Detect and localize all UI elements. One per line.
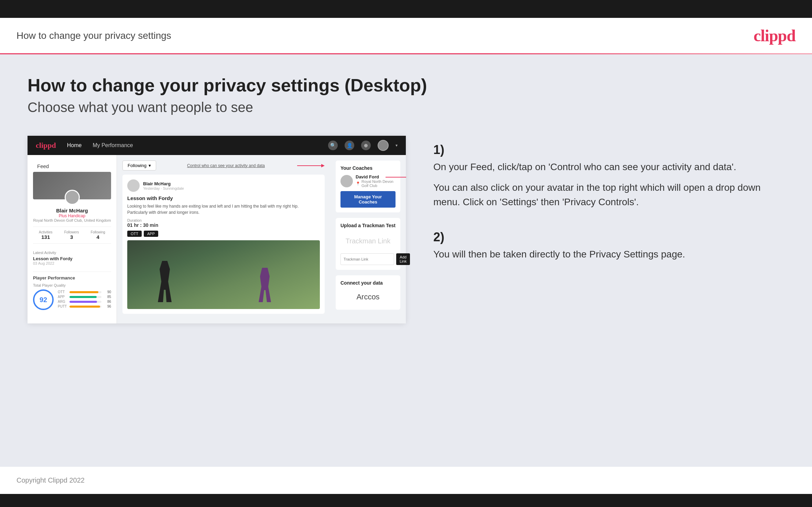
- stat-activities-value: 131: [39, 234, 52, 240]
- post-tag-ott: OTT: [127, 231, 142, 237]
- page-subheading: Choose what you want people to see: [28, 100, 784, 115]
- following-label: Following: [128, 163, 147, 168]
- stat-following-label: Following: [91, 230, 105, 234]
- pp-bar-arg-label: ARG: [58, 300, 67, 304]
- annotation-arrow: [297, 163, 325, 168]
- instruction-2-text: You will then be taken directly to the P…: [433, 247, 784, 262]
- following-button[interactable]: Following ▾: [122, 161, 156, 170]
- stat-followers: Followers 3: [64, 230, 79, 240]
- user-icon[interactable]: 👤: [345, 141, 354, 150]
- pp-bar-putt: PUTT 96: [58, 305, 111, 308]
- arccos-text: Arccos: [340, 289, 396, 305]
- manage-coaches-button[interactable]: Manage Your Coaches: [340, 191, 396, 208]
- pp-bar-arg: ARG 86: [58, 300, 111, 304]
- app-feed: Following ▾ Control who can see your act…: [117, 155, 330, 323]
- search-icon[interactable]: 🔍: [328, 141, 338, 150]
- pp-bar-ott-fill: [69, 291, 98, 293]
- pp-bar-app-fill: [69, 296, 97, 298]
- footer-text: Copyright Clippd 2022: [17, 476, 85, 484]
- nav-home[interactable]: Home: [67, 142, 82, 148]
- coach-row: David Ford 📍 Royal North Devon Golf Club: [340, 174, 396, 188]
- post-date: Yesterday · Sunningdale: [143, 186, 184, 190]
- pp-bar-arg-track: [69, 301, 101, 303]
- pp-bar-app: APP 85: [58, 295, 111, 299]
- coach-info: David Ford 📍 Royal North Devon Golf Club: [356, 174, 396, 188]
- logo: clippd: [754, 26, 795, 45]
- pp-title: Player Performance: [33, 275, 111, 280]
- coach-name: David Ford: [356, 174, 396, 179]
- pp-bar-app-val: 85: [104, 295, 111, 299]
- instruction-1-extra: You can also click on your avatar in the…: [433, 180, 784, 209]
- coach-avatar: [340, 175, 353, 187]
- app-body: Feed Blair McHarg Plus Handicap Royal No…: [28, 155, 406, 323]
- plus-icon[interactable]: ⊕: [361, 141, 371, 150]
- post-user-row: Blair McHarg Yesterday · Sunningdale: [127, 179, 320, 192]
- connect-widget-title: Connect your data: [340, 280, 396, 286]
- instruction-1-number: 1): [433, 143, 784, 157]
- stat-following-value: 4: [91, 234, 105, 240]
- profile-avatar: [65, 190, 80, 205]
- post-image: [127, 240, 320, 309]
- latest-activity-date: 03 Aug 2022: [33, 261, 111, 265]
- latest-activity-label: Latest Activity: [33, 249, 111, 256]
- instruction-2: 2) You will then be taken directly to th…: [433, 230, 784, 262]
- coaches-widget: Your Coaches David Ford 📍 Royal North De…: [336, 161, 400, 212]
- pp-bar-putt-track: [69, 306, 101, 308]
- pp-circle-row: 92 OTT 90 APP: [33, 289, 111, 310]
- post-title: Lesson with Fordy: [127, 195, 320, 201]
- following-chevron: ▾: [149, 163, 151, 168]
- instruction-panel: 1) On your Feed, click/tap on 'Control w…: [433, 136, 784, 282]
- app-sidebar: Feed Blair McHarg Plus Handicap Royal No…: [28, 155, 117, 323]
- connect-widget: Connect your data Arccos: [336, 275, 400, 310]
- trackman-widget-title: Upload a Trackman Test: [340, 223, 396, 228]
- feed-post: Blair McHarg Yesterday · Sunningdale Les…: [122, 175, 325, 314]
- footer: Copyright Clippd 2022: [0, 467, 812, 494]
- trackman-add-button[interactable]: Add Link: [396, 253, 410, 265]
- nav-avatar[interactable]: [378, 140, 389, 151]
- coaches-widget-title: Your Coaches: [340, 165, 396, 171]
- pp-bars: OTT 90 APP: [58, 290, 111, 309]
- bottom-bar: [0, 494, 812, 507]
- coach-club: 📍 Royal North Devon Golf Club: [356, 179, 396, 188]
- app-demo-wrapper: clippd Home My Performance 🔍 👤 ⊕ ▾ Feed: [28, 136, 784, 323]
- post-user-name: Blair McHarg: [143, 181, 184, 186]
- main-content: How to change your privacy settings (Des…: [0, 54, 812, 467]
- post-description: Looking to feel like my hands are exitin…: [127, 203, 320, 216]
- profile-stats: Activities 131 Followers 3 Following 4: [33, 227, 111, 244]
- avatar-chevron[interactable]: ▾: [396, 143, 398, 148]
- stat-followers-label: Followers: [64, 230, 79, 234]
- app-right-sidebar: Your Coaches David Ford 📍 Royal North De…: [330, 155, 406, 323]
- app-nav: clippd Home My Performance 🔍 👤 ⊕ ▾: [28, 136, 406, 155]
- post-tags: OTT APP: [127, 231, 320, 237]
- header: How to change your privacy settings clip…: [0, 18, 812, 53]
- control-privacy-link[interactable]: Control who can see your activity and da…: [187, 163, 265, 168]
- instruction-2-number: 2): [433, 230, 784, 244]
- post-avatar: [127, 179, 140, 192]
- pp-bar-ott-label: OTT: [58, 290, 67, 294]
- svg-marker-1: [321, 164, 325, 167]
- pp-bar-ott-val: 90: [104, 290, 111, 294]
- trackman-widget: Upload a Trackman Test Trackman Link Add…: [336, 218, 400, 270]
- pp-bar-app-track: [69, 296, 101, 298]
- profile-club: Royal North Devon Golf Club, United King…: [33, 218, 111, 222]
- player-performance: Player Performance Total Player Quality …: [33, 272, 111, 310]
- trackman-input[interactable]: [340, 253, 394, 265]
- pp-bar-arg-fill: [69, 301, 97, 303]
- feed-header: Following ▾ Control who can see your act…: [122, 161, 325, 170]
- header-title: How to change your privacy settings: [17, 30, 171, 41]
- latest-activity-value: Lesson with Fordy: [33, 256, 111, 261]
- pp-bar-ott-track: [69, 291, 101, 293]
- pp-quality-label: Total Player Quality: [33, 283, 111, 287]
- pp-bar-ott: OTT 90: [58, 290, 111, 294]
- trackman-placeholder: Trackman Link: [340, 232, 396, 251]
- pp-bar-putt-label: PUTT: [58, 305, 67, 308]
- nav-my-performance[interactable]: My Performance: [93, 142, 133, 148]
- post-duration-label: Duration: [127, 218, 320, 222]
- profile-handicap: Plus Handicap: [33, 213, 111, 218]
- top-bar: [0, 0, 812, 18]
- profile-cover: [33, 172, 111, 199]
- stat-following: Following 4: [91, 230, 105, 240]
- feed-tab[interactable]: Feed: [33, 161, 111, 172]
- instruction-1: 1) On your Feed, click/tap on 'Control w…: [433, 143, 784, 209]
- location-icon: 📍: [356, 181, 360, 186]
